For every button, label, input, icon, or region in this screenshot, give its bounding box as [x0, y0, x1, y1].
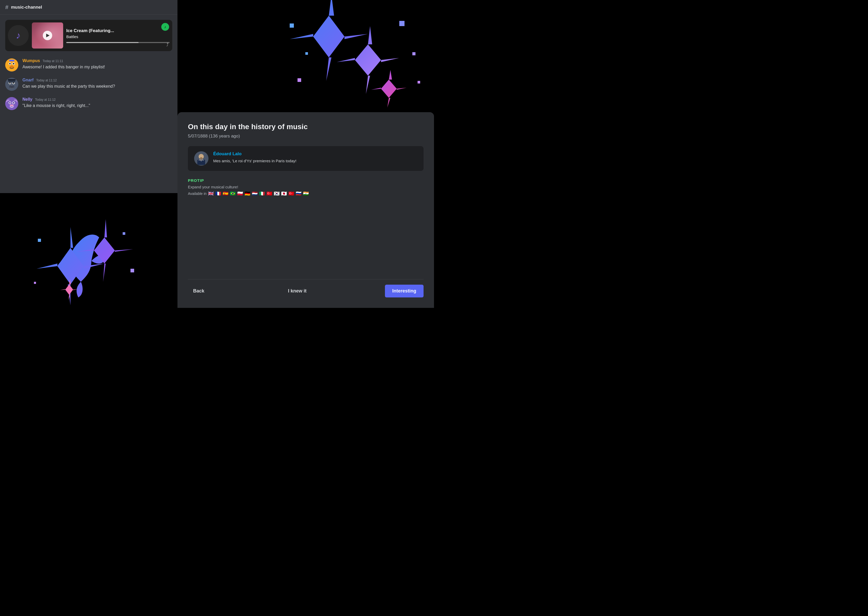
flag-br: 🇧🇷 — [230, 191, 236, 196]
track-artist: Battles — [66, 35, 170, 39]
flag-nl: 🇳🇱 — [252, 191, 258, 196]
play-triangle-icon — [46, 34, 50, 37]
protip-text: Expand your musical culture! — [188, 185, 423, 189]
history-date: 5/07/1888 (136 years ago) — [188, 134, 423, 139]
message-header-wumpus: Wumpus Today at 11:11 — [22, 58, 172, 63]
message-wumpus: Wumpus Today at 11:11 Awesome! I added t… — [5, 58, 172, 71]
svg-point-18 — [5, 97, 18, 110]
flag-fr: 🇫🇷 — [215, 191, 221, 196]
available-in-text: Available in — [188, 192, 206, 196]
hash-icon: # — [5, 4, 8, 11]
message-content-nelly: Nelly Today at 11:12 "Like a mousse is r… — [22, 97, 172, 108]
svg-rect-33 — [412, 52, 415, 55]
svg-point-25 — [12, 105, 13, 106]
avatar-gnarf — [5, 78, 18, 91]
quote-card: Édouard Lalo Mes amis, 'Le roi d'Ys' pre… — [188, 146, 423, 171]
history-card: On this day in the history of music 5/07… — [178, 112, 434, 308]
svg-point-6 — [6, 61, 9, 64]
music-player-card: ♪ Ice Cream (Featuring... Battles ⤴ — [5, 20, 172, 51]
svg-rect-35 — [305, 52, 308, 55]
flag-tr: 🇹🇷 — [266, 191, 272, 196]
message-content-gnarf: Gnarf Today at 11:12 Can we play this mu… — [22, 78, 172, 89]
message-text-nelly: "Like a mousse is right, right, right...… — [22, 103, 172, 108]
svg-point-5 — [9, 66, 14, 68]
composer-name: Édouard Lalo — [213, 151, 417, 157]
track-title: Ice Cream (Featuring... — [66, 28, 170, 33]
svg-rect-31 — [399, 21, 404, 26]
message-time-gnarf: Today at 11:12 — [36, 79, 57, 82]
message-header-nelly: Nelly Today at 11:12 — [22, 97, 172, 102]
progress-fill — [66, 42, 138, 43]
avatar-nelly — [5, 97, 18, 110]
svg-rect-28 — [34, 282, 36, 284]
album-art — [32, 22, 63, 49]
message-text-wumpus: Awesome! I added this banger in my playl… — [22, 64, 172, 70]
svg-rect-8 — [9, 60, 14, 61]
svg-rect-29 — [131, 269, 134, 272]
flag-tr2: 🇹🇷 — [288, 191, 294, 196]
channel-name: music-channel — [11, 5, 42, 10]
message-content-wumpus: Wumpus Today at 11:11 Awesome! I added t… — [22, 58, 172, 70]
flag-it: 🇮🇹 — [259, 191, 265, 196]
flag-pl: 🇵🇱 — [237, 191, 243, 196]
svg-point-16 — [9, 85, 14, 88]
flag-jp: 🇯🇵 — [281, 191, 287, 196]
message-author-nelly: Nelly — [22, 97, 32, 102]
svg-rect-38 — [197, 160, 205, 165]
flag-in: 🇮🇳 — [303, 191, 309, 196]
play-button[interactable] — [43, 31, 52, 40]
svg-point-4 — [13, 63, 14, 64]
left-panel: # music-channel ♪ Ice Cream (Featuring..… — [0, 0, 178, 308]
channel-header: # music-channel — [0, 0, 178, 15]
message-nelly: Nelly Today at 11:12 "Like a mousse is r… — [5, 97, 172, 110]
flag-gb: 🇬🇧 — [208, 191, 214, 196]
protip-label: PROTIP — [188, 178, 423, 182]
svg-rect-26 — [38, 239, 41, 242]
interesting-button[interactable]: Interesting — [385, 284, 423, 297]
right-panel: On this day in the history of music 5/07… — [178, 0, 434, 308]
composer-avatar — [194, 151, 209, 166]
quote-content: Édouard Lalo Mes amis, 'Le roi d'Ys' pre… — [213, 151, 417, 164]
back-button[interactable]: Back — [188, 285, 209, 297]
composer-quote: Mes amis, 'Le roi d'Ys' premieres in Par… — [213, 158, 417, 164]
progress-bar[interactable] — [66, 42, 170, 43]
svg-rect-27 — [123, 232, 125, 235]
message-gnarf: Gnarf Today at 11:12 Can we play this mu… — [5, 78, 172, 91]
svg-point-21 — [9, 102, 11, 104]
svg-point-3 — [9, 63, 11, 64]
svg-rect-15 — [8, 79, 16, 81]
message-time-wumpus: Today at 11:11 — [42, 59, 63, 63]
music-icon-container: ♪ — [8, 25, 29, 46]
knew-it-button[interactable]: I knew it — [283, 285, 312, 297]
history-title: On this day in the history of music — [188, 123, 423, 131]
svg-point-24 — [10, 105, 12, 106]
flag-kr: 🇰🇷 — [274, 191, 280, 196]
svg-rect-30 — [290, 24, 294, 28]
svg-rect-34 — [418, 81, 420, 83]
music-note-icon: ♪ — [16, 30, 20, 41]
avatar-wumpus — [5, 58, 18, 71]
flag-es: 🇪🇸 — [223, 191, 228, 196]
message-header-gnarf: Gnarf Today at 11:12 — [22, 78, 172, 82]
bottom-left-stars-area — [0, 193, 178, 308]
share-icon[interactable]: ⤴ — [166, 42, 168, 47]
svg-rect-32 — [297, 78, 301, 82]
message-text-gnarf: Can we play this music at the party this… — [22, 83, 172, 89]
card-footer: Back I knew it Interesting — [188, 279, 423, 297]
stars-bottom-left-decoration — [0, 193, 178, 308]
spotify-logo-icon — [161, 23, 169, 31]
svg-point-22 — [13, 102, 14, 104]
track-info: Ice Cream (Featuring... Battles — [66, 28, 170, 43]
svg-point-39 — [200, 157, 203, 159]
svg-point-7 — [15, 61, 18, 64]
top-right-stars-area — [178, 0, 434, 112]
message-author-gnarf: Gnarf — [22, 78, 34, 82]
message-time-nelly: Today at 11:12 — [35, 98, 56, 102]
flag-de: 🇩🇪 — [245, 191, 250, 196]
message-author-wumpus: Wumpus — [22, 58, 40, 63]
languages-row: Available in 🇬🇧 🇫🇷 🇪🇸 🇧🇷 🇵🇱 🇩🇪 🇳🇱 🇮🇹 🇹🇷 … — [188, 191, 423, 196]
flag-ru: 🇷🇺 — [296, 191, 302, 196]
